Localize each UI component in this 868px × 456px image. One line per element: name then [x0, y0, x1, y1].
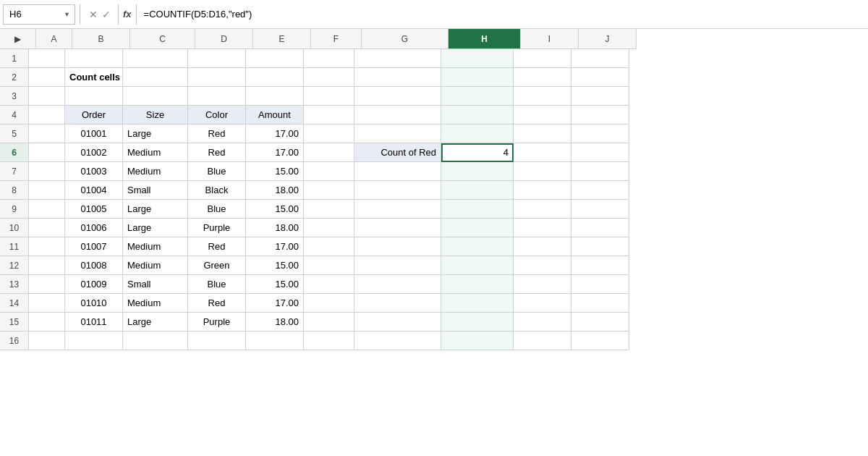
cell-f11[interactable]	[304, 237, 354, 256]
cell-a6[interactable]	[29, 143, 65, 162]
cell-j4[interactable]	[571, 106, 629, 124]
cell-a7[interactable]	[29, 162, 65, 181]
cell-b11[interactable]: 01007	[65, 237, 123, 256]
cell-a15[interactable]	[29, 313, 65, 332]
cell-d2[interactable]	[188, 68, 246, 87]
cell-i16[interactable]	[514, 332, 571, 350]
cell-g3[interactable]	[354, 87, 441, 106]
cell-d5[interactable]: Red	[188, 124, 246, 143]
cell-a11[interactable]	[29, 237, 65, 256]
cell-c16[interactable]	[123, 332, 188, 350]
cell-j9[interactable]	[571, 200, 629, 219]
col-header-c[interactable]: C	[130, 29, 195, 49]
cell-i4[interactable]	[514, 106, 571, 124]
cell-f14[interactable]	[304, 294, 354, 313]
cell-d10[interactable]: Purple	[188, 219, 246, 237]
cell-b3[interactable]	[65, 87, 123, 106]
cell-e4[interactable]: Amount	[246, 106, 304, 124]
cell-a2[interactable]	[29, 68, 65, 87]
cell-h10[interactable]	[441, 219, 514, 237]
cell-f1[interactable]	[304, 49, 354, 68]
cell-g8[interactable]	[354, 181, 441, 200]
cell-j6[interactable]	[571, 143, 629, 162]
cell-i5[interactable]	[514, 124, 571, 143]
cell-d4[interactable]: Color	[188, 106, 246, 124]
cell-g13[interactable]	[354, 275, 441, 294]
cell-h8[interactable]	[441, 181, 514, 200]
cell-d8[interactable]: Black	[188, 181, 246, 200]
cell-c7[interactable]: Medium	[123, 162, 188, 181]
cell-d3[interactable]	[188, 87, 246, 106]
cell-g12[interactable]	[354, 256, 441, 275]
cell-c10[interactable]: Large	[123, 219, 188, 237]
cell-e15[interactable]: 18.00	[246, 313, 304, 332]
cell-i9[interactable]	[514, 200, 571, 219]
cell-g15[interactable]	[354, 313, 441, 332]
cell-h13[interactable]	[441, 275, 514, 294]
cell-d11[interactable]: Red	[188, 237, 246, 256]
cell-i3[interactable]	[514, 87, 571, 106]
cell-c4[interactable]: Size	[123, 106, 188, 124]
cell-j3[interactable]	[571, 87, 629, 106]
cell-j8[interactable]	[571, 181, 629, 200]
cell-d6[interactable]: Red	[188, 143, 246, 162]
cell-g4[interactable]	[354, 106, 441, 124]
cell-d15[interactable]: Purple	[188, 313, 246, 332]
col-header-b[interactable]: B	[72, 29, 130, 49]
cell-g10[interactable]	[354, 219, 441, 237]
cell-a10[interactable]	[29, 219, 65, 237]
cell-i6[interactable]	[514, 143, 571, 162]
cell-d1[interactable]	[188, 49, 246, 68]
cell-i10[interactable]	[514, 219, 571, 237]
cell-h16[interactable]	[441, 332, 514, 350]
cell-d9[interactable]: Blue	[188, 200, 246, 219]
cell-j5[interactable]	[571, 124, 629, 143]
cell-j10[interactable]	[571, 219, 629, 237]
cell-a8[interactable]	[29, 181, 65, 200]
cell-j14[interactable]	[571, 294, 629, 313]
cell-j15[interactable]	[571, 313, 629, 332]
cell-h15[interactable]	[441, 313, 514, 332]
cell-f7[interactable]	[304, 162, 354, 181]
cell-j12[interactable]	[571, 256, 629, 275]
cell-reference-box[interactable]: H6 ▾	[3, 4, 75, 25]
cell-j16[interactable]	[571, 332, 629, 350]
cell-c1[interactable]	[123, 49, 188, 68]
cell-a4[interactable]	[29, 106, 65, 124]
cell-g11[interactable]	[354, 237, 441, 256]
cell-f16[interactable]	[304, 332, 354, 350]
cell-a13[interactable]	[29, 275, 65, 294]
cell-i1[interactable]	[514, 49, 571, 68]
cell-c11[interactable]: Medium	[123, 237, 188, 256]
cell-e6[interactable]: 17.00	[246, 143, 304, 162]
confirm-formula-icon[interactable]: ✓	[102, 9, 111, 20]
col-header-f[interactable]: F	[311, 29, 362, 49]
formula-input[interactable]	[140, 4, 865, 25]
count-of-red-value[interactable]: 4	[441, 143, 514, 162]
cell-i7[interactable]	[514, 162, 571, 181]
cell-e1[interactable]	[246, 49, 304, 68]
col-header-a[interactable]: A	[36, 29, 72, 49]
cell-g7[interactable]	[354, 162, 441, 181]
cell-h4[interactable]	[441, 106, 514, 124]
cell-c2[interactable]	[123, 68, 188, 87]
cell-a14[interactable]	[29, 294, 65, 313]
cell-f13[interactable]	[304, 275, 354, 294]
cell-i13[interactable]	[514, 275, 571, 294]
cell-h3[interactable]	[441, 87, 514, 106]
cell-f2[interactable]	[304, 68, 354, 87]
cell-f6[interactable]	[304, 143, 354, 162]
cell-g14[interactable]	[354, 294, 441, 313]
cell-f4[interactable]	[304, 106, 354, 124]
cell-g9[interactable]	[354, 200, 441, 219]
cell-i2[interactable]	[514, 68, 571, 87]
cell-b2[interactable]: Count cells equal to	[65, 68, 123, 87]
cell-h7[interactable]	[441, 162, 514, 181]
cell-e3[interactable]	[246, 87, 304, 106]
cell-f15[interactable]	[304, 313, 354, 332]
cell-g1[interactable]	[354, 49, 441, 68]
cell-c9[interactable]: Large	[123, 200, 188, 219]
cell-j1[interactable]	[571, 49, 629, 68]
cell-i14[interactable]	[514, 294, 571, 313]
cell-b12[interactable]: 01008	[65, 256, 123, 275]
